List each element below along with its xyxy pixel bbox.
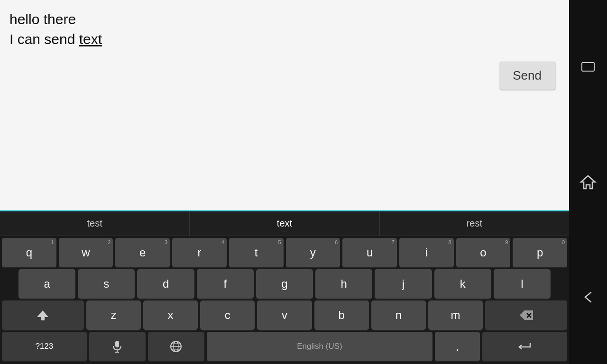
key-row-2: a s d f g h j k l bbox=[2, 269, 567, 299]
key-globe[interactable] bbox=[148, 332, 204, 361]
shift-icon bbox=[36, 309, 49, 322]
key-m[interactable]: m bbox=[428, 300, 483, 330]
key-r[interactable]: r4 bbox=[172, 238, 227, 267]
nav-sidebar bbox=[569, 0, 607, 364]
key-o[interactable]: o9 bbox=[456, 238, 511, 267]
backspace-icon bbox=[519, 309, 534, 321]
key-mic[interactable] bbox=[89, 332, 146, 361]
suggestion-rest[interactable]: rest bbox=[380, 211, 569, 236]
globe-icon bbox=[170, 340, 182, 353]
key-u[interactable]: u7 bbox=[342, 238, 397, 267]
key-y[interactable]: y6 bbox=[286, 238, 340, 267]
key-space[interactable]: English (US) bbox=[207, 332, 432, 361]
key-a[interactable]: a bbox=[18, 269, 75, 299]
back-button[interactable] bbox=[576, 285, 600, 309]
home-icon bbox=[579, 174, 597, 190]
key-j[interactable]: j bbox=[375, 269, 432, 299]
key-d[interactable]: d bbox=[137, 269, 194, 299]
key-g[interactable]: g bbox=[256, 269, 313, 299]
text-area-container[interactable]: hello there I can send text Send bbox=[0, 0, 569, 211]
suggestion-test[interactable]: test bbox=[0, 211, 190, 236]
key-c[interactable]: c bbox=[200, 300, 255, 330]
recent-apps-icon bbox=[581, 62, 595, 72]
key-s[interactable]: s bbox=[78, 269, 135, 299]
key-p[interactable]: p0 bbox=[513, 238, 567, 267]
suggestions-bar: test text ... rest bbox=[0, 211, 569, 236]
key-row-1: q1 w2 e3 r4 t5 y6 u7 i8 o9 p0 bbox=[2, 238, 567, 267]
key-h[interactable]: h bbox=[315, 269, 372, 299]
key-shift[interactable] bbox=[2, 300, 84, 330]
text-line2-prefix: I can send bbox=[9, 31, 79, 47]
key-q[interactable]: q1 bbox=[2, 238, 56, 267]
recent-apps-button[interactable] bbox=[576, 55, 600, 79]
send-button[interactable]: Send bbox=[499, 62, 555, 90]
key-backspace[interactable] bbox=[485, 300, 567, 330]
key-v[interactable]: v bbox=[257, 300, 312, 330]
mic-icon bbox=[112, 340, 122, 353]
key-b[interactable]: b bbox=[314, 300, 369, 330]
key-i[interactable]: i8 bbox=[399, 238, 454, 267]
key-x[interactable]: x bbox=[143, 300, 198, 330]
home-button[interactable] bbox=[576, 170, 600, 194]
main-area: hello there I can send text Send test te… bbox=[0, 0, 569, 364]
key-e[interactable]: e3 bbox=[115, 238, 170, 267]
key-t[interactable]: t5 bbox=[229, 238, 284, 267]
key-period[interactable]: . bbox=[435, 332, 480, 361]
key-l[interactable]: l bbox=[494, 269, 551, 299]
svg-rect-0 bbox=[41, 319, 45, 320]
key-k[interactable]: k bbox=[434, 269, 491, 299]
text-line2: I can send text bbox=[9, 29, 490, 49]
key-f[interactable]: f bbox=[197, 269, 254, 299]
enter-icon bbox=[517, 341, 533, 352]
key-row-4: ?123 bbox=[2, 332, 567, 364]
back-icon bbox=[580, 290, 596, 305]
key-numbers[interactable]: ?123 bbox=[2, 332, 87, 361]
text-display: hello there I can send text bbox=[5, 5, 495, 54]
key-row-3: z x c v b n m bbox=[2, 300, 567, 330]
keyboard-rows: q1 w2 e3 r4 t5 y6 u7 i8 o9 p0 a s d f g … bbox=[0, 236, 569, 364]
key-w[interactable]: w2 bbox=[59, 238, 113, 267]
key-n[interactable]: n bbox=[371, 300, 426, 330]
key-z[interactable]: z bbox=[86, 300, 141, 330]
keyboard-area: test text ... rest q1 w2 e3 r4 t5 y6 u7 … bbox=[0, 211, 569, 364]
suggestion-text[interactable]: text ... bbox=[190, 211, 379, 236]
key-enter[interactable] bbox=[482, 332, 567, 361]
text-line2-underlined: text bbox=[79, 31, 102, 47]
suggestion-dots: ... bbox=[282, 227, 287, 234]
svg-rect-3 bbox=[115, 341, 119, 347]
text-line1: hello there bbox=[9, 9, 490, 29]
